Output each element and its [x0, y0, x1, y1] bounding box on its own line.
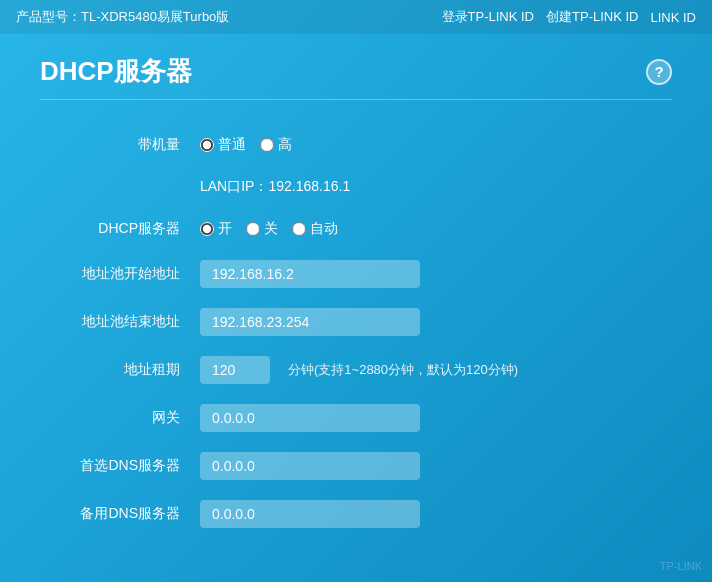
top-bar: 产品型号：TL-XDR5480易展Turbo版 登录TP-LINK ID 创建T… [0, 0, 712, 34]
lease-hint: 分钟(支持1~2880分钟，默认为120分钟) [288, 361, 518, 379]
page-title-row: DHCP服务器 ? [40, 54, 672, 100]
form-section: 带机量 普通 高 LAN口IP：192.168.16.1 [40, 124, 672, 538]
gateway-control [200, 404, 420, 432]
help-button[interactable]: ? [646, 59, 672, 85]
link-id-link[interactable]: LINK ID [650, 10, 696, 25]
primary-dns-input[interactable] [200, 452, 420, 480]
bandwidth-normal-label[interactable]: 普通 [218, 136, 246, 154]
dhcp-off-option[interactable]: 关 [246, 220, 278, 238]
lease-label: 地址租期 [40, 361, 200, 379]
dhcp-radio-group: 开 关 自动 [200, 220, 338, 238]
bandwidth-normal-option[interactable]: 普通 [200, 136, 246, 154]
gateway-row: 网关 [40, 394, 672, 442]
pool-start-input[interactable] [200, 260, 420, 288]
login-tplink-id-link[interactable]: 登录TP-LINK ID [442, 8, 534, 26]
lan-ip-value-container: LAN口IP：192.168.16.1 [200, 178, 350, 196]
gateway-input[interactable] [200, 404, 420, 432]
gateway-label: 网关 [40, 409, 200, 427]
dhcp-auto-radio[interactable] [292, 222, 306, 236]
bandwidth-high-radio[interactable] [260, 138, 274, 152]
pool-start-control [200, 260, 420, 288]
lan-ip-address: 192.168.16.1 [268, 178, 350, 194]
backup-dns-input[interactable] [200, 500, 420, 528]
lease-row: 地址租期 分钟(支持1~2880分钟，默认为120分钟) [40, 346, 672, 394]
bandwidth-high-option[interactable]: 高 [260, 136, 292, 154]
watermark: TP-LINK [660, 560, 702, 572]
bandwidth-row: 带机量 普通 高 [40, 124, 672, 166]
create-tplink-id-link[interactable]: 创建TP-LINK ID [546, 8, 638, 26]
dhcp-auto-option[interactable]: 自动 [292, 220, 338, 238]
pool-start-row: 地址池开始地址 [40, 250, 672, 298]
lease-input[interactable] [200, 356, 270, 384]
main-content: DHCP服务器 ? 带机量 普通 高 LAN口IP：19 [0, 34, 712, 558]
primary-dns-row: 首选DNS服务器 [40, 442, 672, 490]
backup-dns-control [200, 500, 420, 528]
dhcp-off-label[interactable]: 关 [264, 220, 278, 238]
bandwidth-normal-radio[interactable] [200, 138, 214, 152]
pool-start-label: 地址池开始地址 [40, 265, 200, 283]
product-name: 产品型号：TL-XDR5480易展Turbo版 [16, 8, 229, 26]
dhcp-server-label: DHCP服务器 [40, 220, 200, 238]
lan-ip-text: LAN口IP：192.168.16.1 [200, 178, 350, 196]
backup-dns-label: 备用DNS服务器 [40, 505, 200, 523]
dhcp-off-radio[interactable] [246, 222, 260, 236]
bandwidth-label: 带机量 [40, 136, 200, 154]
lan-ip-label: LAN口IP： [200, 178, 268, 194]
pool-end-control [200, 308, 420, 336]
pool-end-row: 地址池结束地址 [40, 298, 672, 346]
dhcp-server-row: DHCP服务器 开 关 自动 [40, 208, 672, 250]
primary-dns-label: 首选DNS服务器 [40, 457, 200, 475]
bandwidth-high-label[interactable]: 高 [278, 136, 292, 154]
pool-end-label: 地址池结束地址 [40, 313, 200, 331]
top-links: 登录TP-LINK ID 创建TP-LINK ID LINK ID [442, 8, 696, 26]
primary-dns-control [200, 452, 420, 480]
dhcp-auto-label[interactable]: 自动 [310, 220, 338, 238]
dhcp-on-radio[interactable] [200, 222, 214, 236]
bandwidth-radio-group: 普通 高 [200, 136, 292, 154]
lease-control: 分钟(支持1~2880分钟，默认为120分钟) [200, 356, 518, 384]
dhcp-on-option[interactable]: 开 [200, 220, 232, 238]
dhcp-on-label[interactable]: 开 [218, 220, 232, 238]
pool-end-input[interactable] [200, 308, 420, 336]
backup-dns-row: 备用DNS服务器 [40, 490, 672, 538]
lan-ip-row: LAN口IP：192.168.16.1 [40, 166, 672, 208]
page-title: DHCP服务器 [40, 54, 192, 89]
